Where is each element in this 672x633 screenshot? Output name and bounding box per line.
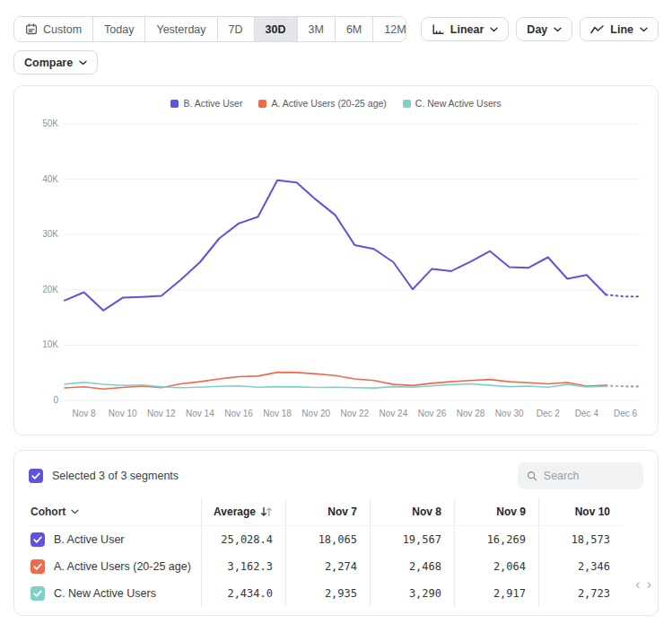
segment-name-cell[interactable]: C. New Active Users (29, 580, 201, 607)
compare-button[interactable]: Compare (13, 50, 98, 75)
table-row: B. Active User25,028.418,06519,56716,269… (29, 526, 623, 553)
column-header-date-3[interactable]: Nov 9 (454, 498, 538, 525)
value-cell: 18,065 (285, 526, 370, 553)
x-axis-label: Nov 8 (73, 409, 97, 418)
range-button-30d[interactable]: 30D (255, 17, 298, 41)
y-axis-label: 20K (42, 285, 58, 295)
legend-item[interactable]: C. New Active Users (403, 98, 502, 109)
segment-label: C. New Active Users (54, 587, 156, 600)
value-cell: 2,434.0 (201, 580, 285, 607)
legend-item[interactable]: B. Active User (170, 98, 242, 109)
x-axis-label: Nov 18 (263, 409, 292, 418)
value-cell: 2,064 (454, 553, 538, 580)
analytics-page: Custom Today Yesterday 7D 30D 3M 6M 12M … (0, 0, 672, 616)
scroll-left-button[interactable]: ‹ (635, 577, 640, 592)
value-cell: 18,573 (538, 526, 623, 553)
select-all-control[interactable]: Selected 3 of 3 segments (29, 469, 179, 483)
legend-label: A. Active Users (20-25 age) (271, 98, 386, 109)
y-axis-label: 50K (42, 119, 58, 128)
x-axis-label: Nov 10 (109, 409, 137, 418)
x-axis-label: Nov 16 (224, 409, 253, 418)
segment-checkbox[interactable] (31, 586, 45, 601)
legend-label: C. New Active Users (415, 98, 502, 109)
x-axis-label: Nov 20 (301, 409, 330, 418)
column-header-date-2[interactable]: Nov 8 (370, 498, 454, 525)
table-row: A. Active Users (20-25 age)3,162.32,2742… (29, 553, 623, 580)
column-header-date-4[interactable]: Nov 10 (538, 498, 623, 525)
range-button-custom[interactable]: Custom (14, 17, 93, 41)
x-axis-label: Nov 26 (418, 409, 447, 418)
y-axis-label: 40K (42, 174, 58, 184)
range-label: 30D (266, 23, 286, 36)
segment-checkbox[interactable] (31, 559, 45, 574)
range-label: 6M (346, 23, 362, 36)
value-cell: 25,028.4 (201, 526, 285, 553)
segments-table-card: Selected 3 of 3 segments Cohort (13, 450, 659, 616)
value-cell: 16,269 (454, 526, 538, 553)
interval-dropdown[interactable]: Day (516, 17, 572, 41)
range-button-3m[interactable]: 3M (298, 17, 336, 41)
series-line-projected (606, 295, 638, 296)
range-button-yesterday[interactable]: Yesterday (145, 17, 217, 41)
x-axis-label: Nov 12 (147, 409, 176, 418)
x-axis-label: Nov 22 (340, 409, 369, 418)
sort-icon (260, 506, 273, 517)
table-body: B. Active User25,028.418,06519,56716,269… (29, 526, 623, 607)
series-line (65, 180, 606, 311)
legend-item[interactable]: A. Active Users (20-25 age) (258, 98, 386, 109)
segments-table: Cohort Average Nov 7 Nov 8 Nov 9 Nov 10 (29, 498, 643, 607)
value-cell: 2,723 (538, 580, 623, 607)
calendar-icon (25, 23, 38, 35)
chart-card: B. Active UserA. Active Users (20-25 age… (13, 85, 659, 435)
range-button-6m[interactable]: 6M (336, 17, 373, 41)
column-header-cohort[interactable]: Cohort (29, 498, 201, 525)
range-button-12m[interactable]: 12M (373, 17, 406, 41)
value-cell: 3,290 (370, 580, 454, 607)
value-cell: 2,917 (454, 580, 538, 607)
range-label: Yesterday (156, 23, 205, 36)
chevron-down-icon (640, 27, 648, 32)
legend-label: B. Active User (183, 98, 242, 109)
table-scroll-controls: ‹ › (635, 577, 651, 592)
range-label: 3M (309, 23, 324, 36)
x-axis-label: Nov 24 (380, 409, 408, 418)
column-header-date-1[interactable]: Nov 7 (285, 498, 370, 525)
segment-label: A. Active Users (20-25 age) (54, 560, 191, 573)
y-axis-label: 30K (42, 229, 58, 239)
cohort-header-label: Cohort (31, 506, 65, 518)
chart-legend: B. Active UserA. Active Users (20-25 age… (29, 97, 643, 110)
value-cell: 2,935 (285, 580, 370, 607)
segment-checkbox[interactable] (31, 532, 45, 547)
select-all-checkbox[interactable] (29, 469, 43, 483)
axis-scale-icon (432, 24, 444, 35)
scale-dropdown-label: Linear (450, 23, 484, 36)
check-icon (33, 536, 42, 543)
segment-label: B. Active User (54, 533, 125, 546)
value-cell: 2,274 (285, 553, 370, 580)
legend-swatch (170, 100, 179, 108)
chart-type-dropdown-label: Line (610, 23, 633, 36)
search-box[interactable] (518, 462, 643, 489)
value-cell: 3,162.3 (201, 553, 285, 580)
range-button-7d[interactable]: 7D (218, 17, 255, 41)
segment-name-cell[interactable]: B. Active User (29, 526, 201, 553)
chart-type-dropdown[interactable]: Line (580, 17, 659, 41)
range-label: 7D (229, 23, 243, 36)
table-header-row: Cohort Average Nov 7 Nov 8 Nov 9 Nov 10 (29, 498, 623, 526)
line-chart[interactable]: 010K20K30K40K50KNov 8Nov 10Nov 12Nov 14N… (29, 115, 641, 425)
scale-dropdown[interactable]: Linear (421, 17, 510, 41)
search-input[interactable] (544, 470, 634, 482)
table-toolbar: Selected 3 of 3 segments (29, 462, 643, 489)
x-axis-label: Nov 14 (186, 409, 214, 418)
date-range-segmented-control: Custom Today Yesterday 7D 30D 3M 6M 12M (13, 16, 406, 42)
chevron-down-icon (71, 509, 79, 514)
range-label: 12M (384, 23, 406, 36)
chevron-down-icon (554, 27, 562, 32)
range-button-today[interactable]: Today (93, 17, 145, 41)
scroll-right-button[interactable]: › (647, 577, 651, 592)
compare-button-label: Compare (24, 57, 73, 69)
segment-name-cell[interactable]: A. Active Users (20-25 age) (29, 553, 201, 580)
chevron-down-icon (79, 60, 87, 66)
column-header-average[interactable]: Average (201, 498, 285, 525)
y-axis-label: 0 (53, 395, 58, 405)
